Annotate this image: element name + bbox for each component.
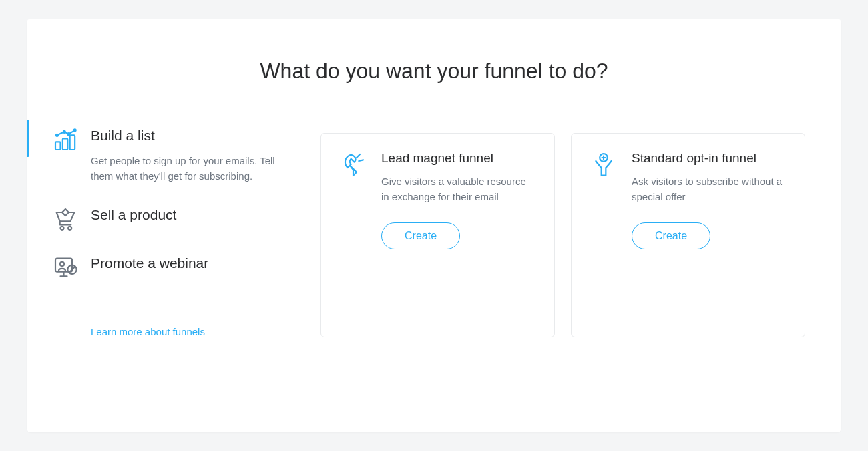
page-title: What do you want your funnel to do? bbox=[27, 59, 841, 84]
funnel-description: Ask visitors to subscribe without a spec… bbox=[632, 174, 786, 205]
sidebar-item-sell-product[interactable]: Sell a product bbox=[27, 203, 320, 251]
shopping-cart-icon bbox=[52, 206, 79, 233]
svg-point-6 bbox=[74, 129, 76, 131]
main-row: Build a list Get people to sign up for y… bbox=[27, 124, 841, 337]
sidebar-item-promote-webinar[interactable]: Promote a webinar bbox=[27, 251, 320, 299]
svg-point-4 bbox=[63, 131, 65, 133]
funnel-card-standard-optin: Standard opt-in funnel Ask visitors to s… bbox=[571, 133, 805, 337]
magnet-funnel-icon bbox=[340, 151, 367, 178]
funnel-title: Standard opt-in funnel bbox=[632, 151, 786, 166]
learn-more-link[interactable]: Learn more about funnels bbox=[91, 326, 320, 337]
funnel-top: Standard opt-in funnel Ask visitors to s… bbox=[590, 151, 786, 205]
funnel-options: Lead magnet funnel Give visitors a valua… bbox=[320, 124, 841, 337]
svg-point-5 bbox=[68, 133, 70, 135]
sidebar-item-text: Build a list Get people to sign up for y… bbox=[91, 126, 307, 184]
svg-point-7 bbox=[61, 226, 64, 229]
optin-funnel-icon bbox=[590, 151, 617, 178]
svg-rect-0 bbox=[55, 142, 61, 150]
funnel-body: Standard opt-in funnel Ask visitors to s… bbox=[632, 151, 786, 205]
chart-growth-icon bbox=[52, 126, 79, 153]
svg-point-10 bbox=[60, 261, 65, 266]
funnel-top: Lead magnet funnel Give visitors a valua… bbox=[340, 151, 535, 205]
sidebar: Build a list Get people to sign up for y… bbox=[27, 124, 320, 337]
funnel-card-lead-magnet: Lead magnet funnel Give visitors a valua… bbox=[320, 133, 555, 337]
sidebar-item-title: Promote a webinar bbox=[91, 255, 307, 271]
webinar-icon bbox=[52, 254, 79, 281]
funnel-description: Give visitors a valuable resource in exc… bbox=[381, 174, 535, 205]
svg-point-3 bbox=[56, 134, 58, 136]
sidebar-item-title: Build a list bbox=[91, 128, 307, 144]
svg-point-8 bbox=[68, 226, 71, 229]
sidebar-item-text: Promote a webinar bbox=[91, 254, 307, 271]
funnel-setup-card: What do you want your funnel to do? bbox=[27, 19, 841, 432]
funnel-title: Lead magnet funnel bbox=[381, 151, 535, 166]
sidebar-item-title: Sell a product bbox=[91, 207, 307, 223]
svg-rect-2 bbox=[70, 135, 75, 150]
svg-rect-1 bbox=[63, 138, 68, 150]
funnel-body: Lead magnet funnel Give visitors a valua… bbox=[381, 151, 535, 205]
sidebar-item-build-list[interactable]: Build a list Get people to sign up for y… bbox=[27, 124, 320, 203]
sidebar-item-description: Get people to sign up for your emails. T… bbox=[91, 153, 284, 184]
create-lead-magnet-button[interactable]: Create bbox=[381, 222, 460, 249]
sidebar-item-text: Sell a product bbox=[91, 206, 307, 223]
create-standard-optin-button[interactable]: Create bbox=[632, 222, 710, 249]
